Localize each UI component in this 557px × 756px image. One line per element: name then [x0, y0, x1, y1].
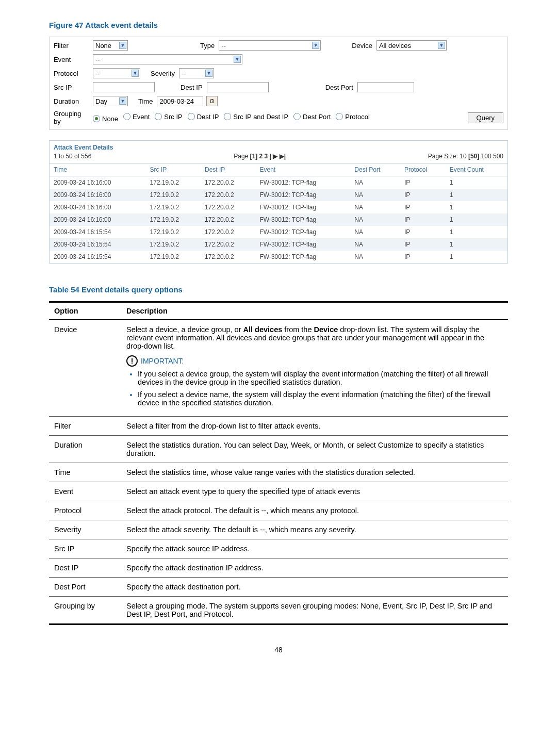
table-row: 2009-03-24 16:16:00172.19.0.2172.20.0.2F… [50, 189, 507, 201]
grouping-radio-src-ip[interactable]: Src IP [155, 113, 182, 121]
cell: NA [350, 213, 400, 226]
cell: 172.20.0.2 [201, 238, 255, 251]
details-title: Attack Event Details [50, 141, 507, 153]
cell: NA [350, 201, 400, 213]
table-row: DeviceSelect a device, a device group, o… [49, 320, 508, 417]
grouping-radio-dest-ip[interactable]: Dest IP [188, 113, 219, 121]
page-size-selector[interactable]: Page Size: 10 [50] 100 500 [428, 153, 503, 160]
option-name: Filter [49, 417, 121, 436]
cell: 2009-03-24 16:16:00 [50, 213, 146, 226]
filter-panel: Filter None▼ Type --▼ Device All devices… [49, 37, 508, 130]
cell: 172.19.0.2 [146, 226, 201, 238]
col-header[interactable]: Dest Port [350, 163, 400, 176]
option-name: Duration [49, 436, 121, 463]
grouping-radio-protocol[interactable]: Protocol [336, 113, 370, 121]
cell: 2009-03-24 16:15:54 [50, 238, 146, 251]
cell: 2009-03-24 16:16:00 [50, 189, 146, 201]
cell: 172.19.0.2 [146, 189, 201, 201]
cell: FW-30012: TCP-flag [255, 201, 350, 213]
option-name: Protocol [49, 501, 121, 520]
device-select[interactable]: All devices▼ [376, 40, 447, 51]
grouping-radio-none[interactable]: None [93, 115, 118, 123]
chevron-down-icon: ▼ [119, 97, 126, 105]
query-button[interactable]: Query [468, 112, 503, 123]
cell: NA [350, 189, 400, 201]
duration-select-value: Day [95, 97, 107, 105]
pager-prefix: Page [234, 153, 248, 160]
dest-port-input[interactable] [357, 82, 414, 92]
event-select[interactable]: --▼ [93, 54, 242, 64]
table-row: Grouping bySelect a grouping mode. The s… [49, 597, 508, 624]
option-name: Time [49, 463, 121, 482]
col-header[interactable]: Protocol [400, 163, 446, 176]
option-name: Event [49, 482, 121, 501]
cell: FW-30012: TCP-flag [255, 189, 350, 201]
type-select-value: -- [221, 42, 226, 50]
filter-label: Filter [54, 42, 93, 50]
page-size-option[interactable]: 100 [479, 153, 491, 160]
opts-col-description: Description [121, 302, 508, 320]
cell: 172.20.0.2 [201, 213, 255, 226]
table-row: Src IPSpecify the attack source IP addre… [49, 539, 508, 558]
col-header[interactable]: Src IP [146, 163, 201, 176]
protocol-select-value: -- [95, 70, 100, 77]
option-desc: Select the attack protocol. The default … [121, 501, 508, 520]
table-row: ProtocolSelect the attack protocol. The … [49, 501, 508, 520]
dest-port-label: Dest Port [315, 84, 357, 91]
col-header[interactable]: Dest IP [201, 163, 255, 176]
cell: NA [350, 176, 400, 189]
cell: FW-30012: TCP-flag [255, 226, 350, 238]
protocol-select[interactable]: --▼ [93, 68, 140, 78]
cell: 172.19.0.2 [146, 238, 201, 251]
cell: FW-30012: TCP-flag [255, 238, 350, 251]
cell: 2009-03-24 16:16:00 [50, 201, 146, 213]
grouping-radio-group: NoneEventSrc IPDest IPSrc IP and Dest IP… [93, 113, 375, 123]
figure-caption: Figure 47 Attack event details [49, 21, 508, 29]
pager-pages: [1] 2 3 | ▶ ▶| [250, 153, 286, 160]
filter-select-value: None [95, 42, 111, 50]
time-input[interactable]: 2009-03-24 [157, 96, 203, 106]
cell: FW-30012: TCP-flag [255, 251, 350, 263]
option-desc: Select the attack severity. The default … [121, 520, 508, 539]
duration-select[interactable]: Day▼ [93, 96, 128, 106]
severity-label: Severity [140, 70, 179, 77]
grouping-radio-event[interactable]: Event [123, 113, 150, 121]
option-name: Src IP [49, 539, 121, 558]
cell: 172.20.0.2 [201, 226, 255, 238]
time-label: Time [128, 97, 157, 105]
calendar-icon[interactable]: 🗓 [206, 96, 218, 106]
page-size-option[interactable]: 10 [460, 153, 466, 160]
table-row: EventSelect an attack event type to quer… [49, 482, 508, 501]
col-header[interactable]: Event [255, 163, 350, 176]
option-name: Severity [49, 520, 121, 539]
page-number: 48 [49, 646, 508, 654]
dest-ip-input[interactable] [207, 82, 269, 92]
table-row: TimeSelect the statistics time, whose va… [49, 463, 508, 482]
device-select-value: All devices [379, 42, 411, 50]
table-row: 2009-03-24 16:15:54172.19.0.2172.20.0.2F… [50, 238, 507, 251]
option-desc: Select a grouping mode. The system suppo… [121, 597, 508, 624]
event-select-value: -- [95, 56, 100, 63]
pager[interactable]: Page [1] 2 3 | ▶ ▶| [234, 153, 286, 160]
opts-col-option: Option [49, 302, 121, 320]
page-size-option[interactable]: [50] [467, 153, 480, 160]
cell: 1 [446, 251, 507, 263]
table-row: 2009-03-24 16:15:54172.19.0.2172.20.0.2F… [50, 226, 507, 238]
src-ip-input[interactable] [93, 82, 155, 92]
cell: 172.19.0.2 [146, 176, 201, 189]
chevron-down-icon: ▼ [119, 42, 126, 49]
page-size-option[interactable]: 500 [492, 153, 503, 160]
grouping-radio-dest-port[interactable]: Dest Port [293, 113, 331, 121]
device-label: Device [341, 42, 376, 50]
col-header[interactable]: Event Count [446, 163, 507, 176]
col-header[interactable]: Time [50, 163, 146, 176]
filter-select[interactable]: None▼ [93, 40, 128, 51]
severity-select[interactable]: --▼ [179, 68, 214, 78]
cell: 1 [446, 176, 507, 189]
grouping-radio-src-ip-and-dest-ip[interactable]: Src IP and Dest IP [224, 113, 288, 121]
cell: 1 [446, 238, 507, 251]
range-text: 1 to 50 of 556 [54, 153, 91, 160]
cell: 2009-03-24 16:15:54 [50, 251, 146, 263]
type-select[interactable]: --▼ [219, 40, 321, 51]
dest-ip-label: Dest IP [170, 84, 207, 91]
